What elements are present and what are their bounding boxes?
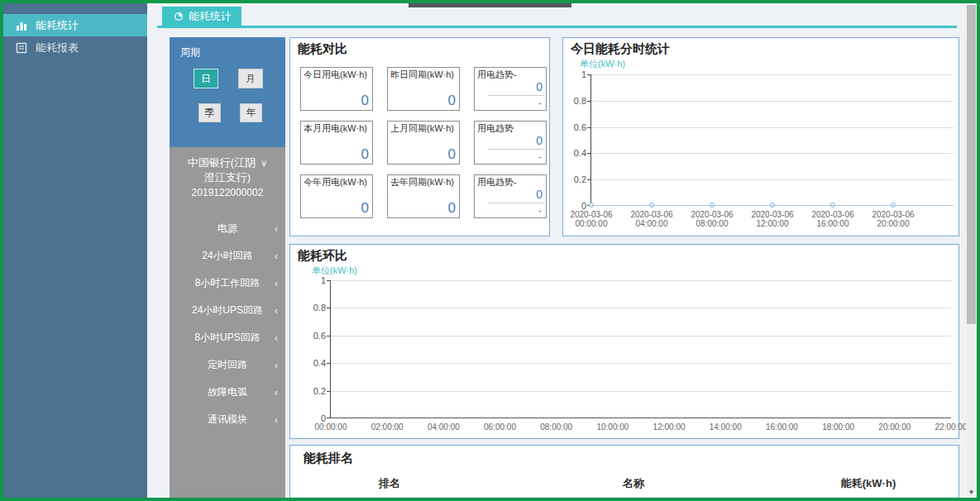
- y-tick-mark: [327, 418, 331, 418]
- sidebar-item-energy-report[interactable]: 能耗报表: [3, 36, 147, 59]
- top-overlay-bar: [409, 3, 571, 7]
- period-section: 周期 日 月 季 年: [170, 37, 285, 147]
- chevron-left-icon: ‹: [275, 305, 278, 317]
- y-tick-mark: [587, 127, 591, 128]
- stat-card-this-year: 今年用电(kW·h) 0: [300, 174, 373, 218]
- sidebar-item-energy-stats[interactable]: 能耗统计: [3, 14, 147, 36]
- column-header-rank: 排名: [290, 476, 489, 491]
- chevron-down-icon: ∨: [261, 158, 267, 168]
- stat-card-value: 0: [448, 146, 456, 163]
- y-tick-label: 0.6: [299, 331, 326, 341]
- stat-card-value: 0: [536, 134, 543, 147]
- y-tick-mark: [327, 280, 331, 281]
- stat-card-last-year: 去年同期(kW·h) 0: [387, 174, 460, 218]
- x-tick-label: 2020-03-0616:00:00: [800, 210, 866, 228]
- divider: [488, 203, 544, 203]
- y-axis-unit-label: 单位(kW·h): [580, 58, 625, 70]
- stat-card-value: 0: [361, 146, 369, 163]
- energy-ranking-panel: 能耗排名 排名 名称 能耗(kW·h): [289, 445, 959, 498]
- sidebar-item-label: 能耗报表: [36, 41, 79, 55]
- gridline: [591, 74, 954, 75]
- stat-card-value: 0: [536, 80, 543, 93]
- pie-chart-icon: [172, 10, 184, 22]
- chevron-left-icon: ‹: [275, 250, 278, 262]
- line-chart-plot: 10.80.60.40.2000:00:0002:00:0004:00:0006…: [330, 280, 951, 418]
- stat-card-trend-day: 用电趋势- 0 -: [474, 67, 547, 111]
- data-line: [591, 205, 954, 206]
- gridline: [331, 391, 951, 392]
- y-tick-label: 0.2: [560, 174, 586, 184]
- menu-item-8h-ups-circuit[interactable]: 8小时UPS回路‹: [170, 324, 285, 351]
- period-button-day[interactable]: 日: [194, 69, 218, 88]
- period-label: 周期: [180, 45, 200, 60]
- menu-item-timed-circuit[interactable]: 定时回路‹: [170, 351, 285, 379]
- period-button-year[interactable]: 年: [240, 103, 262, 122]
- line-chart-plot: 10.80.60.40.202020-03-0600:00:002020-03-…: [590, 74, 954, 206]
- gridline: [591, 127, 954, 128]
- scroll-down-arrow-icon[interactable]: ▼: [966, 489, 977, 496]
- org-code: 2019122000002: [170, 187, 285, 198]
- y-tick-label: 0.2: [299, 386, 326, 396]
- y-tick-mark: [587, 179, 591, 180]
- stat-card-today: 今日用电(kW·h) 0: [300, 67, 373, 111]
- y-tick-mark: [327, 308, 331, 308]
- stat-card-label: 用电趋势-: [477, 176, 543, 188]
- stat-card-sub: -: [538, 204, 542, 217]
- chevron-left-icon: ‹: [275, 278, 278, 289]
- stat-card-this-month: 本月用电(kW·h) 0: [300, 121, 373, 165]
- stat-card-label: 昨日同期(kW·h): [390, 69, 457, 81]
- y-tick-label: 1: [299, 275, 326, 285]
- y-tick-label: 0.4: [560, 148, 586, 158]
- y-tick-mark: [587, 74, 591, 75]
- chevron-left-icon: ‹: [275, 360, 278, 371]
- stat-card-value: 0: [361, 93, 369, 109]
- column-header-name: 名称: [489, 476, 778, 491]
- stat-card-sub: -: [538, 150, 542, 163]
- app-body: 能耗统计 能耗报表 能耗统计 周期 日 月 季: [3, 3, 977, 498]
- stat-card-last-month: 上月同期(kW·h) 0: [387, 121, 460, 165]
- menu-item-fault-arc[interactable]: 故障电弧‹: [170, 379, 285, 406]
- stat-card-trend-month: 用电趋势 0 -: [474, 121, 547, 165]
- y-tick-mark: [327, 363, 331, 364]
- vertical-scrollbar[interactable]: ▼: [966, 3, 977, 498]
- gridline: [591, 101, 954, 102]
- x-tick-label: 2020-03-0604:00:00: [619, 210, 685, 228]
- menu-item-power[interactable]: 电源‹: [170, 215, 285, 242]
- org-selector[interactable]: 中国银行(江阴∨ 澄江支行): [170, 147, 285, 185]
- chart-title: 今日能耗分时统计: [571, 41, 670, 57]
- period-button-month[interactable]: 月: [238, 69, 263, 88]
- divider: [488, 95, 544, 96]
- y-tick-label: 0.8: [299, 303, 326, 313]
- period-button-quarter[interactable]: 季: [198, 103, 221, 122]
- y-tick-mark: [587, 153, 591, 154]
- chevron-left-icon: ‹: [275, 223, 278, 235]
- scrollbar-thumb[interactable]: [967, 5, 976, 324]
- chart-title: 能耗环比: [298, 248, 347, 264]
- today-hourly-chart-panel: 今日能耗分时统计 单位(kW·h) 10.80.60.40.202020-03-…: [562, 37, 959, 236]
- y-tick-mark: [327, 336, 331, 336]
- y-tick-label: 0.4: [299, 358, 326, 368]
- bar-chart-icon: [15, 19, 27, 31]
- org-name-line1: 中国银行(江阴: [188, 156, 256, 169]
- gridline: [331, 336, 951, 336]
- y-tick-label: 0.8: [560, 96, 586, 106]
- x-tick-label: 2020-03-0608:00:00: [679, 210, 745, 228]
- tab-energy-stats[interactable]: 能耗统计: [162, 7, 241, 26]
- stat-card-label: 去年同期(kW·h): [390, 176, 457, 188]
- stat-card-label: 用电趋势: [477, 122, 543, 135]
- chevron-left-icon: ‹: [275, 332, 278, 344]
- table-header-row: 排名 名称 能耗(kW·h): [290, 476, 958, 498]
- menu-item-24h-circuit[interactable]: 24小时回路‹: [170, 242, 285, 270]
- chevron-left-icon: ‹: [275, 414, 278, 426]
- gridline: [331, 308, 951, 308]
- stat-card-value: 0: [448, 93, 456, 109]
- stat-card-trend-year: 用电趋势- 0 -: [474, 174, 547, 218]
- stat-card-label: 今年用电(kW·h): [304, 176, 370, 188]
- menu-item-comm-module[interactable]: 通讯模块‹: [170, 406, 285, 433]
- stat-card-value: 0: [361, 200, 369, 217]
- chevron-left-icon: ‹: [275, 387, 278, 398]
- menu-item-24h-ups-circuit[interactable]: 24小时UPS回路‹: [170, 297, 285, 324]
- menu-item-8h-work-circuit[interactable]: 8小时工作回路‹: [170, 270, 285, 297]
- stat-card-value: 0: [536, 188, 543, 201]
- y-tick-label: 1: [560, 69, 586, 79]
